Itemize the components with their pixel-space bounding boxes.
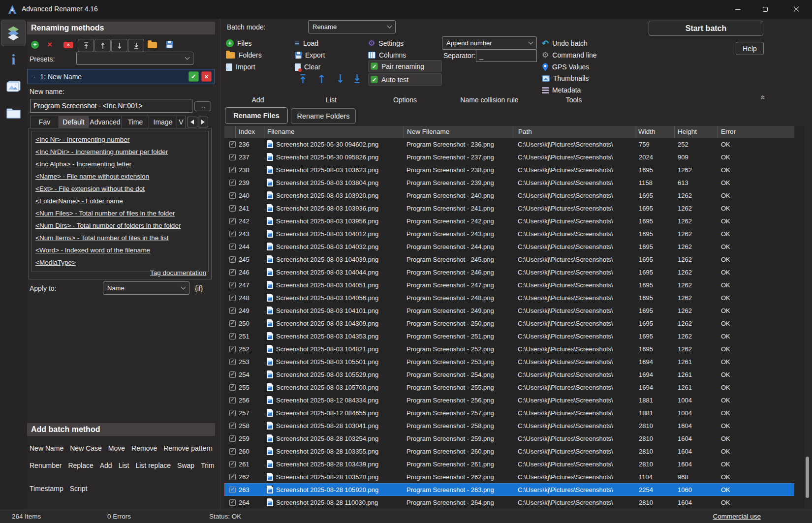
- method-link[interactable]: List: [119, 461, 129, 469]
- maximize-button[interactable]: [754, 0, 777, 19]
- row-checkbox[interactable]: [229, 346, 236, 352]
- undo-batch-button[interactable]: Undo batch: [542, 38, 588, 48]
- row-checkbox[interactable]: [229, 256, 236, 263]
- new-name-input[interactable]: Program Screenshot - <Inc Nr:001>: [30, 99, 192, 113]
- tag-link[interactable]: <Word> - Indexed word of the filename: [35, 246, 150, 254]
- sidebar-item-folders[interactable]: [5, 106, 22, 120]
- auto-test-checkbox[interactable]: Auto test: [368, 73, 442, 86]
- remove-all-methods-button[interactable]: [63, 42, 73, 48]
- tag-link[interactable]: <Inc Nr> - Incrementing number: [35, 136, 129, 143]
- row-checkbox[interactable]: [229, 141, 236, 148]
- tab-advanced[interactable]: Advanced: [89, 116, 122, 128]
- table-row[interactable]: 255 Screenshot 2025-08-03 105700.png Pro…: [224, 381, 794, 394]
- row-checkbox[interactable]: [229, 333, 236, 339]
- columns-button[interactable]: Columns: [368, 50, 406, 60]
- table-row[interactable]: 237 Screenshot 2025-06-30 095826.png Pro…: [224, 151, 794, 163]
- thumbnails-button[interactable]: Thumbnails: [542, 73, 589, 83]
- commercial-use-link[interactable]: Commercial use: [713, 513, 761, 520]
- row-checkbox[interactable]: [229, 308, 236, 314]
- method-link[interactable]: Move: [108, 444, 125, 452]
- clear-list-button[interactable]: Clear: [295, 62, 320, 72]
- column-error[interactable]: Error: [718, 126, 794, 138]
- tag-documentation-link[interactable]: Tag documentation: [150, 269, 206, 277]
- table-row[interactable]: 262 Screenshot 2025-08-28 103520.png Pro…: [224, 470, 794, 483]
- move-method-up-button[interactable]: [94, 39, 111, 52]
- method-link[interactable]: Renumber: [30, 461, 62, 469]
- row-checkbox[interactable]: [229, 282, 236, 288]
- method-link[interactable]: Script: [70, 485, 88, 492]
- tag-link[interactable]: <Name> - File name without extension: [35, 173, 149, 180]
- method-collapse-indicator[interactable]: -: [33, 73, 35, 80]
- add-files-button[interactable]: Files: [226, 38, 252, 48]
- help-button[interactable]: Help: [736, 42, 764, 55]
- table-row[interactable]: 252 Screenshot 2025-08-03 104821.png Pro…: [224, 342, 794, 355]
- table-row[interactable]: 240 Screenshot 2025-08-03 103920.png Pro…: [224, 189, 794, 202]
- method-delete-button[interactable]: ×: [201, 71, 212, 82]
- method-link[interactable]: Swap: [177, 461, 194, 469]
- row-checkbox[interactable]: [229, 295, 236, 301]
- sidebar-item-renaming-methods[interactable]: [1, 20, 26, 46]
- separator-input[interactable]: _: [476, 50, 537, 62]
- add-method-button[interactable]: [31, 41, 39, 49]
- table-row[interactable]: 245 Screenshot 2025-08-03 104039.png Pro…: [224, 253, 794, 266]
- method-enabled-checkbox[interactable]: ✓: [188, 71, 199, 82]
- table-row[interactable]: 244 Screenshot 2025-08-03 104032.png Pro…: [224, 240, 794, 253]
- row-checkbox[interactable]: [229, 359, 236, 365]
- table-row[interactable]: 248 Screenshot 2025-08-03 104056.png Pro…: [224, 291, 794, 304]
- table-row[interactable]: 264 Screenshot 2025-08-28 110030.png Pro…: [224, 496, 794, 508]
- table-row[interactable]: 250 Screenshot 2025-08-03 104309.png Pro…: [224, 317, 794, 330]
- export-list-button[interactable]: Export: [295, 50, 325, 60]
- row-checkbox[interactable]: [229, 180, 236, 186]
- collision-rule-dropdown[interactable]: Append number: [442, 36, 537, 50]
- tag-link[interactable]: <Num Items> - Total number of files in t…: [35, 234, 169, 242]
- tag-link[interactable]: <MediaType>: [35, 259, 76, 266]
- table-row[interactable]: 256 Screenshot 2025-08-12 084334.png Pro…: [224, 394, 794, 406]
- move-method-down-button[interactable]: [111, 39, 127, 52]
- tab-rename-folders[interactable]: Rename Folders: [291, 108, 356, 124]
- add-folders-button[interactable]: Folders: [226, 50, 262, 60]
- table-row[interactable]: 239 Screenshot 2025-08-03 103804.png Pro…: [224, 176, 794, 189]
- table-row[interactable]: 254 Screenshot 2025-08-03 105529.png Pro…: [224, 368, 794, 381]
- sidebar-item-info[interactable]: i: [0, 51, 27, 68]
- method-item-new-name[interactable]: - 1: New Name ✓ ×: [27, 69, 215, 84]
- start-batch-button[interactable]: Start batch: [649, 21, 763, 36]
- table-row[interactable]: 260 Screenshot 2025-08-28 103355.png Pro…: [224, 445, 794, 458]
- column-height[interactable]: Height: [675, 126, 718, 138]
- column-width[interactable]: Width: [635, 126, 675, 138]
- tab-time[interactable]: Time: [122, 116, 149, 128]
- method-link[interactable]: Add: [100, 461, 112, 469]
- move-method-top-button[interactable]: [78, 39, 94, 52]
- close-button[interactable]: [785, 0, 808, 19]
- table-row[interactable]: 247 Screenshot 2025-08-03 104051.png Pro…: [224, 278, 794, 291]
- column-path[interactable]: Path: [515, 126, 635, 138]
- row-checkbox[interactable]: [229, 269, 236, 276]
- save-preset-button[interactable]: [166, 41, 173, 48]
- open-preset-button[interactable]: [148, 42, 157, 48]
- row-checkbox[interactable]: [229, 448, 236, 455]
- new-name-more-button[interactable]: ...: [194, 101, 211, 111]
- row-checkbox[interactable]: [229, 320, 236, 327]
- tag-link[interactable]: <FolderName> - Folder name: [35, 197, 123, 205]
- method-link[interactable]: New Name: [30, 444, 63, 452]
- minimize-button[interactable]: [726, 0, 749, 19]
- row-checkbox[interactable]: [229, 192, 236, 199]
- table-row[interactable]: 259 Screenshot 2025-08-28 103254.png Pro…: [224, 432, 794, 445]
- row-checkbox[interactable]: [229, 461, 236, 467]
- collapse-panel-icon[interactable]: [757, 95, 767, 99]
- batch-mode-dropdown[interactable]: Rename: [308, 20, 396, 33]
- method-link[interactable]: Remove: [131, 444, 157, 452]
- row-checkbox[interactable]: [229, 499, 236, 506]
- move-item-down-button[interactable]: [337, 74, 344, 85]
- table-row[interactable]: 257 Screenshot 2025-08-12 084655.png Pro…: [224, 406, 794, 419]
- table-row[interactable]: 246 Screenshot 2025-08-03 104044.png Pro…: [224, 266, 794, 278]
- row-checkbox[interactable]: [229, 244, 236, 250]
- apply-to-dropdown[interactable]: Name: [103, 281, 189, 295]
- row-checkbox[interactable]: [229, 384, 236, 391]
- method-link[interactable]: Remove pattern: [163, 444, 213, 452]
- table-row[interactable]: 261 Screenshot 2025-08-28 103439.png Pro…: [224, 458, 794, 470]
- column-filename[interactable]: Filename: [264, 126, 404, 138]
- table-row[interactable]: 238 Screenshot 2025-08-03 103623.png Pro…: [224, 163, 794, 176]
- row-checkbox[interactable]: [229, 423, 236, 429]
- row-checkbox[interactable]: [229, 167, 236, 173]
- tag-link[interactable]: <Num Dirs> - Total number of folders in …: [35, 222, 181, 229]
